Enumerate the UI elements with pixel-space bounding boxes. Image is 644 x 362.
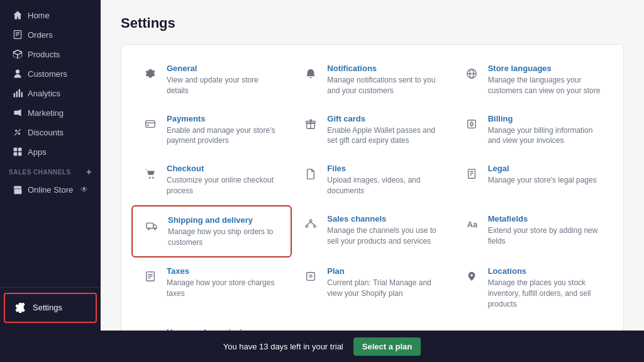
settings-sidebar-icon <box>15 303 25 313</box>
sidebar-settings-label: Settings <box>33 303 62 312</box>
sidebar-item-discounts[interactable]: Discounts <box>4 123 97 142</box>
settings-item-gift-cards[interactable]: Gift cards Enable Apple Wallet passes an… <box>292 105 452 156</box>
svg-rect-6 <box>19 89 20 98</box>
sidebar-item-products[interactable]: Products <box>4 45 97 64</box>
sidebar-item-apps[interactable]: Apps <box>4 142 97 161</box>
svg-point-8 <box>15 130 17 132</box>
location-icon <box>463 268 480 285</box>
settings-item-locations-title: Locations <box>488 266 603 276</box>
svg-line-41 <box>311 222 314 225</box>
shipping-icon <box>143 217 160 234</box>
settings-item-shipping-desc: Manage how you ship orders to customers <box>168 227 280 248</box>
sidebar-item-marketing-label: Marketing <box>28 108 64 118</box>
billing-icon <box>463 115 480 133</box>
settings-item-gift-cards-title: Gift cards <box>327 114 442 123</box>
settings-item-payments[interactable]: Payments Enable and manage your store's … <box>131 105 292 156</box>
svg-rect-30 <box>468 169 475 178</box>
settings-item-general[interactable]: General View and update your store detai… <box>131 55 292 105</box>
settings-item-checkout-title: Checkout <box>167 164 282 173</box>
settings-item-users[interactable]: Users and permissions Manage what users … <box>131 319 292 331</box>
orders-icon <box>13 30 23 40</box>
settings-item-sales-channels[interactable]: Sales channels Manage the channels you u… <box>292 205 452 258</box>
svg-point-9 <box>18 133 20 135</box>
sidebar-item-home-label: Home <box>28 11 50 20</box>
sales-channels-section: SALES CHANNELS + <box>0 162 101 179</box>
select-plan-button[interactable]: Select a plan <box>353 337 421 356</box>
settings-item-notifications[interactable]: Notifications Manage notifications sent … <box>292 55 452 105</box>
sidebar-item-online-store[interactable]: Online Store 👁 <box>4 180 97 199</box>
settings-item-legal-title: Legal <box>488 164 603 173</box>
settings-card: General View and update your store detai… <box>121 44 624 331</box>
sidebar-item-home[interactable]: Home <box>4 6 97 25</box>
sidebar-item-customers[interactable]: Customers <box>4 64 97 83</box>
settings-item-sales-channels-title: Sales channels <box>327 214 442 223</box>
settings-item-shipping[interactable]: Shipping and delivery Manage how you shi… <box>131 205 292 258</box>
settings-item-empty <box>453 319 613 331</box>
settings-item-plan-title: Plan <box>327 266 442 276</box>
sidebar-item-discounts-label: Discounts <box>28 128 64 137</box>
sidebar-item-orders-label: Orders <box>28 30 53 40</box>
svg-rect-11 <box>14 148 18 152</box>
gift-icon <box>302 115 319 133</box>
customers-icon <box>13 69 23 79</box>
bottom-bar: You have 13 days left in your trial Sele… <box>0 331 644 362</box>
discounts-icon <box>13 127 23 137</box>
sidebar-item-settings[interactable]: Settings <box>4 293 97 323</box>
svg-point-28 <box>149 177 151 179</box>
settings-item-taxes-title: Taxes <box>167 266 282 276</box>
svg-rect-0 <box>14 31 21 39</box>
svg-rect-5 <box>16 91 18 98</box>
sidebar-nav: Home Orders Products Customers <box>0 0 101 287</box>
settings-item-files[interactable]: Files Upload images, videos, and documen… <box>292 155 452 205</box>
settings-item-plan[interactable]: Plan Current plan: Trial Manage and view… <box>292 257 452 318</box>
checkout-icon <box>142 165 159 183</box>
settings-item-checkout[interactable]: Checkout Customize your online checkout … <box>131 155 292 205</box>
svg-rect-13 <box>14 152 18 156</box>
svg-rect-12 <box>18 148 22 152</box>
settings-item-plan-desc: Current plan: Trial Manage and view your… <box>327 278 442 299</box>
sidebar-item-orders[interactable]: Orders <box>4 25 97 44</box>
language-icon <box>463 65 480 82</box>
svg-rect-47 <box>307 273 315 281</box>
settings-item-empty <box>292 319 452 331</box>
settings-item-store-languages[interactable]: Store languages Manage the languages you… <box>453 55 613 105</box>
legal-icon <box>463 165 480 183</box>
sidebar-bottom: Settings <box>0 287 101 331</box>
sidebar-item-analytics[interactable]: Analytics <box>4 84 97 103</box>
sidebar-item-customers-label: Customers <box>28 69 67 79</box>
settings-item-payments-title: Payments <box>167 114 282 123</box>
settings-item-billing-desc: Manage your billing information and view… <box>488 125 603 147</box>
svg-point-29 <box>152 177 154 179</box>
svg-rect-14 <box>18 152 22 156</box>
svg-point-35 <box>148 229 150 230</box>
channels-icon <box>302 215 319 233</box>
sidebar-item-marketing[interactable]: Marketing <box>4 103 97 122</box>
taxes-icon <box>142 268 159 285</box>
bell-icon <box>302 65 319 82</box>
settings-item-metafields-desc: Extend your store by adding new fields <box>488 225 603 247</box>
svg-point-25 <box>470 122 473 125</box>
settings-item-locations[interactable]: Locations Manage the places you stock in… <box>453 257 613 318</box>
settings-item-billing-title: Billing <box>488 114 603 123</box>
gear-icon <box>142 65 159 82</box>
settings-item-notifications-desc: Manage notifications sent to you and you… <box>327 75 442 96</box>
home-icon <box>13 10 23 20</box>
trial-text: You have 13 days left in your trial <box>223 342 343 351</box>
sidebar: Home Orders Products Customers <box>0 0 101 331</box>
settings-item-metafields[interactable]: Aa Metafields Extend your store by addin… <box>453 205 613 258</box>
settings-item-files-title: Files <box>327 164 442 173</box>
sidebar-item-online-store-label: Online Store <box>28 185 73 195</box>
settings-item-checkout-desc: Customize your online checkout process <box>167 175 282 196</box>
sidebar-item-products-label: Products <box>28 50 60 59</box>
add-sales-channel-button[interactable]: + <box>86 167 92 177</box>
settings-item-files-desc: Upload images, videos, and documents <box>327 175 442 196</box>
settings-item-legal[interactable]: Legal Manage your store's legal pages <box>453 155 613 205</box>
svg-rect-34 <box>147 223 153 228</box>
main-content: Settings General View and update your st… <box>101 0 644 331</box>
settings-item-legal-desc: Manage your store's legal pages <box>488 175 603 186</box>
plan-icon <box>302 268 319 285</box>
eye-icon: 👁 <box>80 185 88 194</box>
settings-item-taxes[interactable]: Taxes Manage how your store charges taxe… <box>131 257 292 318</box>
settings-item-billing[interactable]: Billing Manage your billing information … <box>453 105 613 156</box>
settings-item-taxes-desc: Manage how your store charges taxes <box>167 278 282 299</box>
